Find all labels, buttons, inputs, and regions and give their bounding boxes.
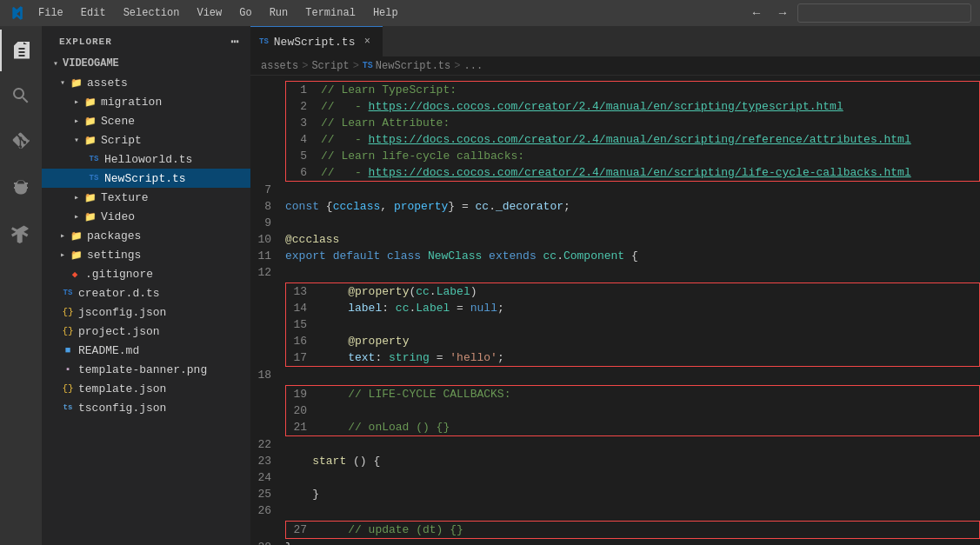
main-layout: Explorer ⋯ ▾ VIDEOGAME ▾ 📁 assets ▸ 📁 mi… (0, 26, 980, 545)
code-line-8: 8 const {ccclass, property} = cc._decora… (250, 198, 980, 215)
breadcrumb: assets > Script > TS NewScript.ts > ... (250, 56, 980, 76)
sidebar-more-button[interactable]: ⋯ (230, 33, 240, 50)
back-button[interactable]: ← (745, 4, 768, 22)
tree-migration[interactable]: ▸ 📁 migration (42, 92, 250, 111)
line-number: 9 (250, 215, 285, 231)
activity-extensions[interactable] (0, 214, 42, 256)
titlebar: File Edit Selection View Go Run Terminal… (0, 0, 980, 26)
breadcrumb-file[interactable]: TS NewScript.ts (363, 60, 450, 72)
line-number: 3 (286, 115, 321, 131)
code-line-2: 2 // - https://docs.cocos.com/creator/2.… (286, 98, 979, 115)
line-number: 18 (250, 367, 285, 383)
code-line-11: 11 export default class NewClass extends… (250, 248, 980, 264)
typescript-icon: TS (87, 171, 101, 185)
chevron-right-icon: ▸ (70, 95, 83, 109)
menu-terminal[interactable]: Terminal (298, 0, 363, 26)
sidebar-header: Explorer ⋯ (42, 26, 250, 54)
folder-icon: 📁 (70, 229, 83, 243)
breadcrumb-sep2: > (353, 60, 359, 72)
chevron-down-icon: ▾ (56, 76, 70, 90)
menu-selection[interactable]: Selection (117, 0, 187, 26)
tree-settings[interactable]: ▸ 📁 settings (42, 245, 250, 264)
line-content: // - https://docs.cocos.com/creator/2.4/… (321, 164, 979, 181)
line-content: label: cc.Label = null; (321, 300, 979, 316)
folder-icon: 📁 (83, 114, 97, 128)
line-number: 7 (250, 182, 285, 198)
tree-root[interactable]: ▾ VIDEOGAME (42, 54, 250, 73)
code-line-18: 18 (250, 367, 980, 383)
menu-run[interactable]: Run (263, 0, 296, 26)
tab-newscript[interactable]: TS NewScript.ts × (250, 26, 383, 56)
tree-gitignore[interactable]: ◆ .gitignore (42, 264, 250, 283)
tree-scene[interactable]: ▸ 📁 Scene (42, 111, 250, 130)
line-number: 10 (250, 231, 285, 248)
menu-edit[interactable]: Edit (74, 0, 113, 26)
code-line-15: 15 (286, 316, 979, 333)
sidebar: Explorer ⋯ ▾ VIDEOGAME ▾ 📁 assets ▸ 📁 mi… (42, 26, 250, 545)
breadcrumb-script[interactable]: Script (311, 60, 349, 72)
code-editor[interactable]: 1 // Learn TypeScript: 2 // - https://do… (250, 76, 980, 545)
code-line-12: 12 (250, 264, 980, 281)
breadcrumb-more[interactable]: ... (463, 60, 483, 72)
line-number: 21 (286, 419, 321, 435)
code-line-16: 16 @property (286, 333, 979, 349)
tree-creator[interactable]: TS creator.d.ts (42, 283, 250, 302)
line-number: 19 (286, 386, 321, 402)
tree-item-label: tsconfig.json (78, 402, 166, 415)
tree-script[interactable]: ▾ 📁 Script (42, 130, 250, 150)
line-number: 11 (250, 248, 285, 264)
menu-view[interactable]: View (190, 0, 229, 26)
tree-item-label: settings (87, 249, 141, 262)
tree-banner[interactable]: ▪ template-banner.png (42, 360, 250, 379)
menu-go[interactable]: Go (232, 0, 258, 26)
code-line-28: 28 } (250, 539, 980, 545)
activity-explorer[interactable] (0, 30, 42, 71)
code-line-3: 3 // Learn Attribute: (286, 115, 979, 131)
activity-search[interactable] (0, 75, 42, 116)
folder-icon: 📁 (70, 248, 83, 262)
code-line-27: 27 // update (dt) {} (286, 522, 979, 538)
tree-readme[interactable]: ■ README.md (42, 341, 250, 360)
forward-button[interactable]: → (771, 4, 794, 22)
tree-texture[interactable]: ▸ 📁 Texture (42, 188, 250, 207)
tree-assets[interactable]: ▾ 📁 assets (42, 73, 250, 92)
line-number: 27 (286, 522, 321, 538)
line-number: 6 (286, 164, 321, 181)
line-number: 12 (250, 264, 285, 281)
line-content: export default class NewClass extends cc… (285, 248, 980, 264)
tree-item-label: project.json (78, 325, 160, 338)
line-number: 2 (286, 98, 321, 115)
tree-template[interactable]: {} template.json (42, 379, 250, 398)
menu-help[interactable]: Help (366, 0, 405, 26)
code-line-7: 7 (250, 182, 980, 198)
line-content: // Learn life-cycle callbacks: (321, 148, 979, 164)
line-content: // - https://docs.cocos.com/creator/2.4/… (321, 98, 979, 115)
code-line-17: 17 text: string = 'hello'; (286, 349, 979, 366)
code-line-19: 19 // LIFE-CYCLE CALLBACKS: (286, 386, 979, 402)
tree-video[interactable]: ▸ 📁 Video (42, 207, 250, 226)
breadcrumb-sep: > (302, 60, 308, 72)
tree-tsconfig[interactable]: ts tsconfig.json (42, 398, 250, 417)
tree-jsconfig[interactable]: {} jsconfig.json (42, 302, 250, 322)
tab-close-button[interactable]: × (360, 35, 374, 49)
tree-project[interactable]: {} project.json (42, 322, 250, 341)
vscode-logo (9, 5, 24, 21)
breadcrumb-assets[interactable]: assets (261, 60, 298, 72)
window-controls: ← → (745, 4, 794, 22)
chevron-right-icon: ▸ (56, 248, 70, 262)
tree-packages[interactable]: ▸ 📁 packages (42, 226, 250, 245)
folder-icon: 📁 (83, 133, 97, 147)
folder-icon: 📁 (83, 190, 97, 204)
line-number: 25 (250, 486, 285, 502)
menu-file[interactable]: File (31, 0, 70, 26)
chevron-right-icon: ▸ (56, 229, 70, 243)
tree-newscript[interactable]: TS NewScript.ts (42, 169, 250, 188)
folder-icon: 📁 (83, 95, 97, 109)
search-input[interactable] (797, 3, 971, 23)
code-line-22: 22 (250, 436, 980, 453)
activity-debug[interactable] (0, 165, 42, 207)
line-content: // update (dt) {} (321, 522, 979, 538)
code-line-10: 10 @ccclass (250, 231, 980, 248)
activity-git[interactable] (0, 120, 42, 162)
tree-helloworld[interactable]: TS Helloworld.ts (42, 150, 250, 169)
